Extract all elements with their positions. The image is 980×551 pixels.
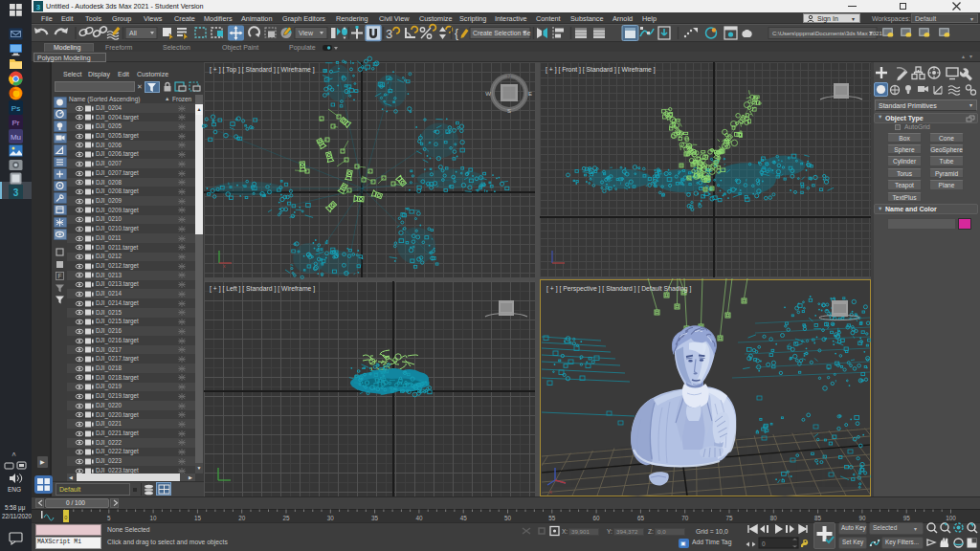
svg-text:3: 3 (386, 27, 392, 41)
svg-text:55: 55 (548, 515, 556, 521)
svg-text:All: All (129, 30, 137, 36)
svg-text:50: 50 (504, 515, 512, 521)
svg-text:90: 90 (858, 515, 866, 521)
svg-text:95: 95 (903, 515, 911, 521)
svg-text:S: S (507, 108, 511, 114)
svg-text:x: x (223, 263, 226, 269)
svg-text:Create Selection Se: Create Selection Se (473, 30, 531, 36)
svg-text:E: E (528, 91, 532, 97)
svg-text:100: 100 (946, 515, 956, 521)
svg-text:Pr: Pr (12, 119, 20, 127)
svg-text:10: 10 (150, 515, 158, 521)
svg-text:75: 75 (725, 515, 733, 521)
svg-text:5: 5 (107, 515, 111, 521)
svg-text:View: View (299, 30, 314, 36)
svg-text:W: W (485, 91, 491, 97)
svg-text:85: 85 (814, 515, 822, 521)
svg-text:30: 30 (327, 515, 335, 521)
svg-text:15: 15 (194, 515, 202, 521)
svg-text:{: { (455, 27, 458, 40)
svg-text:F: F (58, 273, 62, 279)
svg-text:3: 3 (13, 187, 19, 198)
svg-text:25: 25 (282, 515, 290, 521)
svg-text:70: 70 (681, 515, 689, 521)
svg-text:45: 45 (460, 515, 468, 521)
svg-text:3: 3 (36, 3, 41, 11)
svg-text:60: 60 (593, 515, 601, 521)
svg-text:Mu: Mu (11, 133, 21, 142)
svg-text:C:\Users\pppma\Documents\3ds M: C:\Users\pppma\Documents\3ds Max 2021 (772, 31, 882, 36)
svg-text:Ps: Ps (11, 104, 20, 113)
svg-text:80: 80 (770, 515, 778, 521)
svg-text:x: x (549, 489, 552, 495)
svg-text:N: N (507, 74, 511, 79)
svg-text:35: 35 (371, 515, 379, 521)
svg-text:40: 40 (415, 515, 423, 521)
svg-text:65: 65 (637, 515, 645, 521)
svg-text:20: 20 (238, 515, 246, 521)
svg-text:0: 0 (762, 540, 766, 547)
